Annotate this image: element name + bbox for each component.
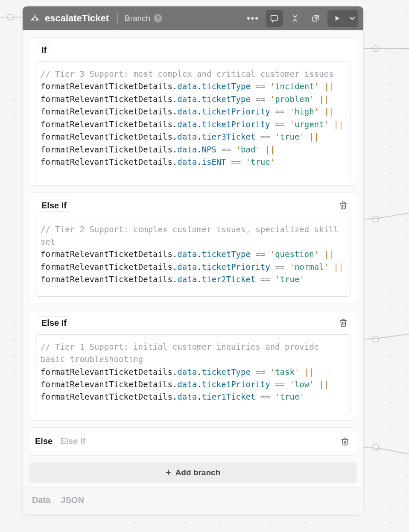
footer-tab-json[interactable]: JSON [61, 495, 84, 505]
more-actions-button[interactable]: ••• [243, 10, 263, 27]
collapse-button[interactable] [286, 10, 304, 27]
delete-branch-button[interactable] [339, 436, 351, 447]
condition-editor[interactable]: // Tier 1 Support: initial customer inqu… [35, 334, 351, 414]
condition-editor[interactable]: // Tier 3 Support: most complex and crit… [35, 61, 351, 179]
else-if-option[interactable]: Else If [60, 436, 85, 446]
panel-header: escalateTicket Branch ? ••• [23, 6, 363, 30]
node-subtitle-text: Branch [125, 14, 150, 23]
branch-node-panel: escalateTicket Branch ? ••• [22, 6, 364, 515]
run-button[interactable] [327, 10, 346, 27]
divider [117, 12, 118, 24]
open-external-button[interactable] [307, 10, 324, 27]
node-title[interactable]: escalateTicket [45, 13, 109, 24]
condition-editor[interactable]: // Tier 2 Support: complex customer issu… [35, 217, 351, 297]
branch-card: If // Tier 3 Support: most complex and c… [29, 37, 357, 186]
delete-branch-button[interactable] [337, 317, 349, 329]
delete-branch-button[interactable] [337, 199, 349, 211]
branch-label: Else If [37, 199, 71, 212]
footer-tab-data[interactable]: Data [32, 495, 50, 505]
run-options-button[interactable] [346, 10, 358, 27]
plus-icon: + [166, 467, 171, 478]
node-subtitle: Branch ? [125, 14, 162, 23]
panel-footer: Data JSON [23, 487, 363, 514]
branch-card: Else If // Tier 2 Support: complex custo… [29, 193, 357, 303]
else-row: Else Else If [29, 427, 357, 456]
notes-button[interactable] [266, 10, 283, 27]
add-branch-button[interactable]: + Add branch [29, 462, 357, 483]
help-icon[interactable]: ? [154, 14, 162, 23]
add-branch-label: Add branch [175, 468, 221, 477]
svg-marker-1 [336, 16, 339, 21]
panel-body: If // Tier 3 Support: most complex and c… [23, 30, 363, 487]
else-label[interactable]: Else [35, 436, 53, 446]
header-actions: ••• [243, 10, 358, 27]
branch-label: If [37, 44, 51, 56]
branch-label: Else If [37, 316, 71, 329]
branch-fork-icon [30, 14, 40, 23]
branch-card: Else If // Tier 1 Support: initial custo… [29, 310, 357, 421]
